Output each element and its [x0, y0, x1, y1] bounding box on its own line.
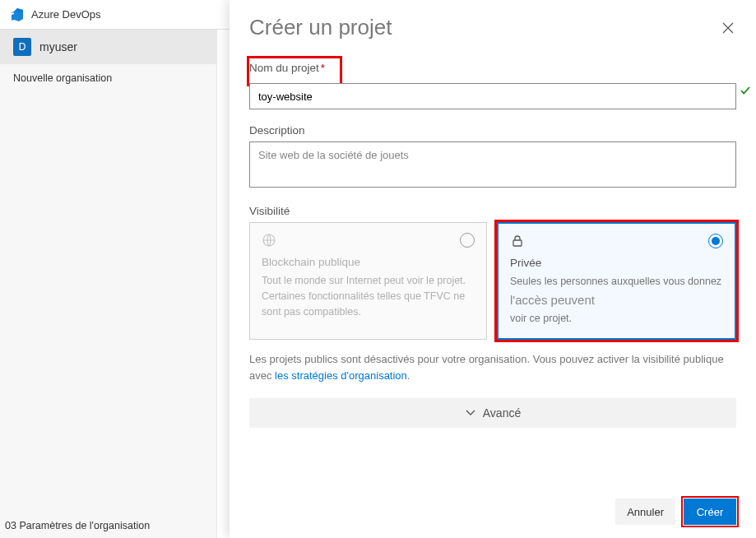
project-name-field-group: Nom du projet*: [249, 58, 736, 109]
description-field-group: Description Site web de la société de jo…: [249, 124, 736, 190]
public-card-title: Blockchain publique: [262, 256, 475, 268]
private-card-desc: Seules les personnes auxquelles vous don…: [510, 274, 723, 327]
sidebar-new-org-link[interactable]: Nouvelle organisation: [0, 64, 216, 92]
visibility-public-radio: [460, 233, 475, 248]
check-icon: [740, 85, 751, 99]
brand-name[interactable]: Azure DevOps: [31, 8, 101, 21]
panel-footer: Annuler Créer: [249, 485, 736, 525]
description-input[interactable]: Site web de la société de jouets: [249, 141, 736, 188]
sidebar-item-user[interactable]: D myuser: [0, 30, 216, 64]
visibility-private-card[interactable]: Privée Seules les personnes auxquelles v…: [497, 222, 736, 340]
advanced-toggle[interactable]: Avancé: [249, 398, 736, 428]
create-button[interactable]: Créer: [684, 499, 736, 525]
globe-icon: [262, 233, 276, 250]
avatar: D: [13, 38, 31, 56]
create-project-panel: Créer un projet Nom du projet* Descripti…: [230, 0, 756, 538]
svg-rect-1: [513, 240, 522, 246]
sidebar-org-settings[interactable]: 03 Paramètres de l'organisation: [0, 512, 216, 538]
private-card-title: Privée: [510, 257, 723, 269]
cancel-button[interactable]: Annuler: [615, 499, 675, 525]
org-policies-link[interactable]: les stratégies d'organisation: [275, 369, 407, 382]
visibility-public-card: Blockchain publique Tout le monde sur In…: [249, 222, 487, 340]
azure-devops-icon: [10, 7, 25, 22]
sidebar: D myuser Nouvelle organisation 03 Paramè…: [0, 30, 217, 538]
public-disabled-hint: Les projets publics sont désactivés pour…: [249, 351, 736, 383]
description-label: Description: [249, 124, 736, 137]
advanced-label: Avancé: [483, 406, 521, 420]
project-name-input[interactable]: [249, 83, 736, 109]
lock-icon: [510, 234, 525, 251]
visibility-private-radio[interactable]: [708, 234, 723, 248]
sidebar-user-label: myuser: [39, 40, 77, 53]
chevron-down-icon: [465, 406, 476, 420]
project-name-label: Nom du projet*: [249, 62, 335, 74]
visibility-field-group: Visibilité Blockchain publique Tout le m…: [249, 205, 736, 340]
visibility-label: Visibilité: [249, 205, 736, 217]
close-icon[interactable]: [720, 20, 736, 36]
public-card-desc: Tout le monde sur Internet peut voir le …: [262, 273, 475, 319]
panel-title: Créer un projet: [249, 15, 392, 40]
